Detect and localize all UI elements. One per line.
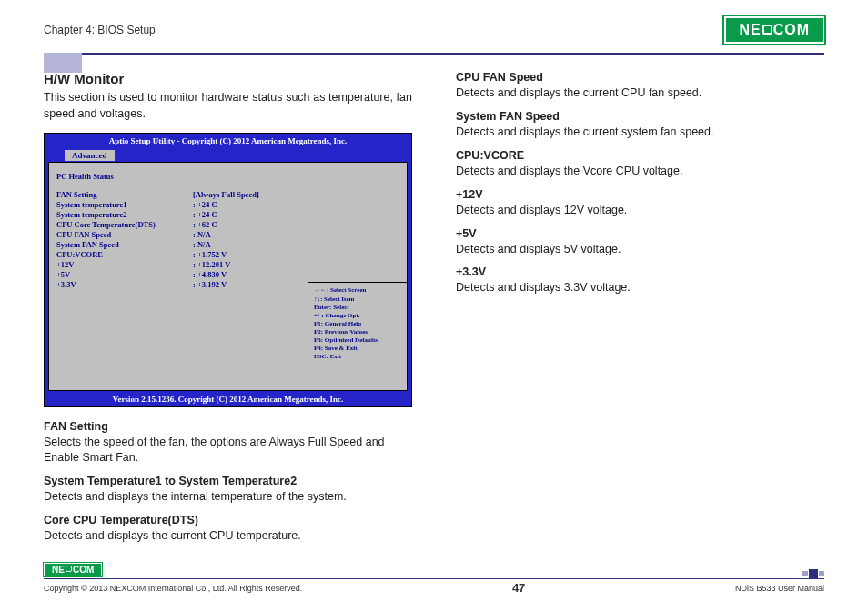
item-title: +12V	[456, 188, 824, 201]
bios-version: Version 2.15.1236. Copyright (C) 2012 Am…	[45, 393, 411, 406]
logo-pre: NE	[739, 22, 761, 38]
bios-val: : +24 C	[193, 210, 217, 220]
bios-key: CPU Core Temperature(DTS)	[56, 220, 193, 230]
item-title: CPU FAN Speed	[456, 71, 824, 84]
bios-row: CPU Core Temperature(DTS): +62 C	[56, 220, 300, 230]
item-title: System FAN Speed	[456, 110, 824, 123]
item-desc: Detects and displays 12V voltage.	[456, 203, 824, 218]
bios-key: +5V	[56, 270, 193, 280]
item-desc: Detects and displays the current system …	[456, 125, 824, 140]
footer-rule	[44, 578, 824, 579]
bios-row: System temperature1: +24 C	[56, 200, 300, 210]
item-title: +5V	[456, 227, 824, 240]
bios-val: : +3.192 V	[193, 280, 227, 290]
bios-tab-advanced: Advanced	[65, 150, 115, 161]
page-number: 47	[512, 581, 525, 595]
item-title: System Temperature1 to System Temperatur…	[44, 475, 412, 487]
section-intro: This section is used to monitor hardware…	[44, 90, 412, 122]
item-title: FAN Setting	[44, 420, 412, 433]
item-desc: Selects the speed of the fan, the option…	[44, 435, 412, 466]
bios-row: System FAN Speed: N/A	[56, 240, 300, 250]
bios-screenshot: Aptio Setup Utility - Copyright (C) 2012…	[44, 133, 412, 407]
item-desc: Detects and displays 5V voltage.	[456, 242, 824, 257]
bios-utility-title: Aptio Setup Utility - Copyright (C) 2012…	[45, 134, 411, 148]
logo-x-icon	[762, 25, 772, 35]
nexcom-logo: NECOM	[724, 16, 824, 44]
item-desc: Detects and displays the Vcore CPU volta…	[456, 164, 824, 179]
bios-row: CPU FAN Speed: N/A	[56, 230, 300, 240]
bios-key: +3.3V	[56, 280, 193, 290]
item-desc: Detects and displays the current CPU fan…	[456, 85, 824, 101]
header-rule	[44, 53, 824, 55]
bios-help-line: →←: Select Screen	[314, 286, 401, 295]
bios-val: : N/A	[193, 240, 211, 250]
bios-help-line: ↑↓: Select Item	[314, 295, 401, 304]
bios-key: FAN Setting	[56, 190, 193, 200]
logo-x-icon	[66, 566, 72, 572]
bios-val: : +62 C	[193, 220, 217, 230]
item-desc: Detects and displays 3.3V voltage.	[456, 280, 824, 295]
bios-key: +12V	[56, 260, 193, 270]
bios-row: CPU:VCORE: +1.752 V	[56, 250, 300, 260]
item-title: +3.3V	[456, 265, 824, 278]
item-title: Core CPU Temperature(DTS)	[44, 514, 412, 526]
bios-key: CPU FAN Speed	[56, 230, 193, 240]
footer-copyright: Copyright © 2013 NEXCOM International Co…	[44, 584, 302, 593]
bios-key: CPU:VCORE	[56, 250, 193, 260]
bios-key: System temperature1	[56, 200, 193, 210]
bios-help-line: Enter: Select	[314, 304, 401, 312]
bios-key: System temperature2	[56, 210, 193, 220]
bios-val: : +12.201 V	[193, 260, 230, 270]
bios-val: : +24 C	[193, 200, 217, 210]
item-title: CPU:VCORE	[456, 149, 824, 162]
item-desc: Detects and displays the current CPU tem…	[44, 528, 412, 544]
bios-val: : N/A	[193, 230, 211, 240]
bios-help-keys: →←: Select Screen↑↓: Select ItemEnter: S…	[308, 283, 407, 390]
bios-val: : +1.752 V	[193, 250, 227, 260]
chapter-label: Chapter 4: BIOS Setup	[44, 24, 156, 36]
bios-val: : +4.830 V	[193, 270, 227, 280]
bios-help-line: F3: Optimized Defaults	[314, 336, 401, 345]
bios-help-line: F1: General Help	[314, 320, 401, 328]
footer-logo: NECOM	[44, 563, 102, 576]
bios-row: +12V: +12.201 V	[56, 260, 300, 270]
bios-help-line: +/-: Change Opt.	[314, 312, 401, 320]
footer-doc: NDiS B533 User Manual	[735, 584, 824, 593]
bios-help-line: F4: Save & Exit	[314, 345, 401, 353]
bios-help-line: F2: Previous Values	[314, 328, 401, 336]
bios-row: System temperature2: +24 C	[56, 210, 300, 220]
logo-pre: NE	[52, 565, 65, 575]
section-title: H/W Monitor	[44, 71, 412, 86]
item-desc: Detects and displays the internal temper…	[44, 489, 412, 505]
bios-row: +5V: +4.830 V	[56, 270, 300, 280]
bios-row: FAN Setting[Always Full Speed]	[56, 190, 300, 200]
bios-health-header: PC Health Status	[56, 172, 300, 181]
logo-post: COM	[773, 22, 810, 38]
logo-post: COM	[73, 565, 94, 575]
tab-marker	[44, 53, 82, 73]
bios-val: [Always Full Speed]	[193, 190, 259, 200]
bios-help-line: ESC: Exit	[314, 353, 401, 361]
bios-row: +3.3V: +3.192 V	[56, 280, 300, 290]
bios-help-empty	[308, 163, 407, 283]
bios-key: System FAN Speed	[56, 240, 193, 250]
